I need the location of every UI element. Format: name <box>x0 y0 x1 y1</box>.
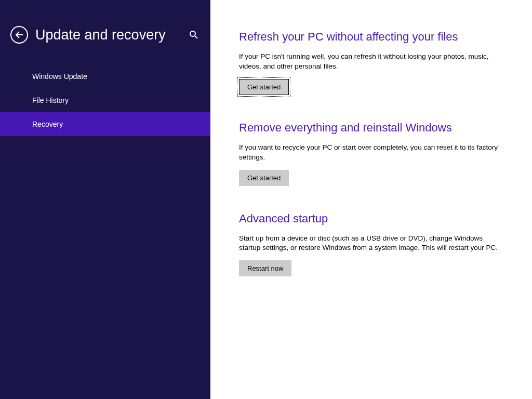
section-heading: Remove everything and reinstall Windows <box>239 121 506 135</box>
search-button[interactable] <box>188 29 200 41</box>
section-refresh-pc: Refresh your PC without affecting your f… <box>239 30 506 95</box>
sidebar: Update and recovery Windows Update File … <box>0 0 210 399</box>
section-heading: Refresh your PC without affecting your f… <box>239 30 506 44</box>
section-remove-everything: Remove everything and reinstall Windows … <box>239 121 506 186</box>
refresh-get-started-button[interactable]: Get started <box>239 79 289 95</box>
page-title: Update and recovery <box>35 27 188 43</box>
reset-get-started-button[interactable]: Get started <box>239 170 289 186</box>
sidebar-item-label: File History <box>32 96 69 104</box>
app-root: Update and recovery Windows Update File … <box>0 0 532 399</box>
section-body: If you want to recycle your PC or start … <box>239 143 499 163</box>
restart-now-button[interactable]: Restart now <box>239 260 291 276</box>
main-content: Refresh your PC without affecting your f… <box>210 0 532 399</box>
back-arrow-icon <box>15 31 23 39</box>
sidebar-item-label: Windows Update <box>32 72 87 81</box>
svg-line-1 <box>195 36 197 38</box>
search-icon <box>189 30 198 39</box>
sidebar-item-file-history[interactable]: File History <box>0 88 210 112</box>
sidebar-header: Update and recovery <box>0 0 210 59</box>
sidebar-item-recovery[interactable]: Recovery <box>0 112 210 136</box>
section-body: Start up from a device or disc (such as … <box>239 234 499 254</box>
sidebar-item-label: Recovery <box>32 120 63 128</box>
section-advanced-startup: Advanced startup Start up from a device … <box>239 212 506 277</box>
back-button[interactable] <box>10 26 28 44</box>
section-body: If your PC isn't running well, you can r… <box>239 52 499 72</box>
section-heading: Advanced startup <box>239 212 506 225</box>
sidebar-item-windows-update[interactable]: Windows Update <box>0 64 210 88</box>
sidebar-nav: Windows Update File History Recovery <box>0 64 210 136</box>
svg-point-0 <box>190 31 195 36</box>
